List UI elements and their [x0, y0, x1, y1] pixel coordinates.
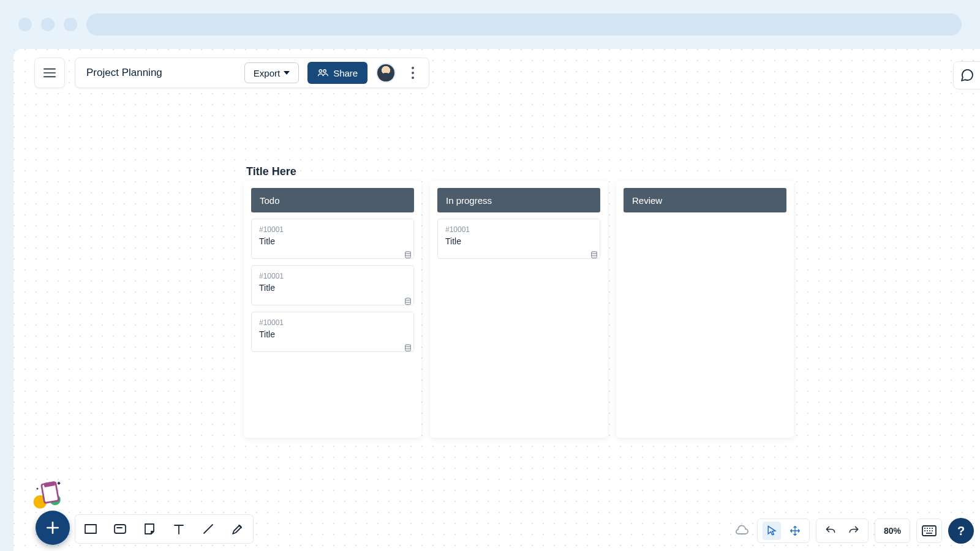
- export-label: Export: [254, 68, 280, 78]
- tool-text[interactable]: [170, 520, 188, 538]
- plus-icon: [45, 520, 61, 536]
- chat-bubble-icon: [960, 68, 974, 83]
- svg-rect-18: [932, 528, 933, 529]
- export-button[interactable]: Export: [244, 62, 299, 83]
- card-id: #10001: [259, 225, 406, 234]
- more-options-button[interactable]: [404, 62, 421, 84]
- browser-chrome: [0, 0, 980, 49]
- people-icon: [317, 69, 328, 77]
- card-title: Title: [445, 236, 592, 246]
- database-icon: [404, 298, 413, 307]
- move-icon: [789, 525, 801, 537]
- traffic-light-dot: [41, 18, 55, 31]
- svg-point-4: [405, 345, 411, 347]
- hamburger-menu-button[interactable]: [34, 58, 65, 88]
- avatar[interactable]: [376, 63, 396, 83]
- pan-cursor-button[interactable]: [786, 522, 804, 540]
- comments-button[interactable]: [953, 61, 980, 89]
- undo-redo-group: [816, 519, 869, 543]
- hamburger-icon: [43, 67, 56, 78]
- line-icon: [201, 522, 216, 536]
- card-title: Title: [259, 329, 406, 339]
- svg-rect-23: [926, 533, 932, 534]
- card-title: Title: [259, 283, 406, 293]
- zoom-control[interactable]: 80%: [875, 519, 910, 543]
- svg-point-1: [323, 70, 326, 73]
- keyboard-icon: [922, 525, 937, 536]
- column-header[interactable]: Todo: [251, 188, 414, 212]
- card-id: #10001: [445, 225, 592, 234]
- svg-line-13: [204, 525, 213, 533]
- add-fab-button[interactable]: [36, 511, 70, 545]
- tool-highlighter[interactable]: [228, 520, 247, 538]
- svg-rect-15: [924, 528, 925, 529]
- card-id: #10001: [259, 318, 406, 327]
- help-button[interactable]: ?: [948, 518, 974, 544]
- svg-rect-10: [85, 525, 96, 533]
- column-header[interactable]: In progress: [437, 188, 600, 212]
- svg-rect-19: [924, 530, 925, 531]
- svg-point-2: [405, 252, 411, 254]
- rectangle-icon: [83, 522, 98, 536]
- select-cursor-button[interactable]: [763, 522, 781, 540]
- column-header[interactable]: Review: [624, 188, 786, 212]
- chevron-down-icon: [284, 71, 290, 75]
- svg-point-0: [319, 70, 322, 73]
- kanban-card[interactable]: #10001Title: [251, 219, 414, 259]
- svg-rect-22: [932, 530, 933, 531]
- traffic-light-dot: [64, 18, 77, 31]
- title-toolbar: Project Planning Export Share: [75, 58, 429, 88]
- svg-point-5: [592, 252, 597, 254]
- kanban-card[interactable]: #10001Title: [437, 219, 600, 259]
- url-bar: [86, 13, 962, 36]
- svg-point-3: [405, 298, 411, 301]
- board-title[interactable]: Title Here: [246, 165, 296, 178]
- database-icon: [590, 251, 600, 261]
- undo-button[interactable]: [821, 522, 840, 540]
- kanban-column[interactable]: Review: [616, 181, 794, 438]
- highlighter-icon: [230, 522, 245, 536]
- redo-icon: [848, 525, 860, 537]
- kanban-card[interactable]: #10001Title: [251, 312, 414, 352]
- cursor-mode-group: [757, 519, 810, 543]
- undo-icon: [824, 525, 837, 537]
- svg-rect-17: [929, 528, 930, 529]
- help-label: ?: [957, 524, 965, 538]
- svg-rect-11: [115, 525, 126, 533]
- card-icon: [113, 522, 127, 536]
- svg-rect-20: [927, 530, 928, 531]
- svg-rect-21: [929, 530, 930, 531]
- database-icon: [404, 251, 413, 261]
- tool-rectangle[interactable]: [81, 520, 100, 538]
- cloud-sync-button[interactable]: [733, 522, 751, 540]
- traffic-light-dot: [18, 18, 32, 31]
- kanban-card[interactable]: #10001Title: [251, 265, 414, 305]
- cloud-icon: [734, 525, 749, 537]
- card-id: #10001: [259, 272, 406, 280]
- svg-rect-16: [927, 528, 928, 529]
- redo-button[interactable]: [845, 522, 863, 540]
- tool-sticky-note[interactable]: [140, 520, 159, 538]
- share-button[interactable]: Share: [307, 62, 368, 84]
- kanban-column[interactable]: Todo#10001Title#10001Title#10001Title: [244, 181, 421, 438]
- database-icon: [404, 344, 413, 354]
- share-label: Share: [333, 68, 358, 78]
- tool-line[interactable]: [199, 520, 217, 538]
- kanban-board: Todo#10001Title#10001Title#10001TitleIn …: [244, 181, 794, 438]
- document-title[interactable]: Project Planning: [86, 67, 162, 79]
- keyboard-shortcuts-button[interactable]: [916, 519, 942, 543]
- text-icon: [172, 522, 186, 536]
- shape-tool-tray: [75, 514, 254, 544]
- sticky-note-icon: [142, 522, 157, 536]
- card-title: Title: [259, 236, 406, 246]
- kanban-column[interactable]: In progress#10001Title: [430, 181, 608, 438]
- canvas-stage: Project Planning Export Share: [13, 49, 980, 551]
- tool-card[interactable]: [111, 520, 129, 538]
- cursor-icon: [766, 525, 778, 537]
- zoom-level: 80%: [880, 526, 905, 536]
